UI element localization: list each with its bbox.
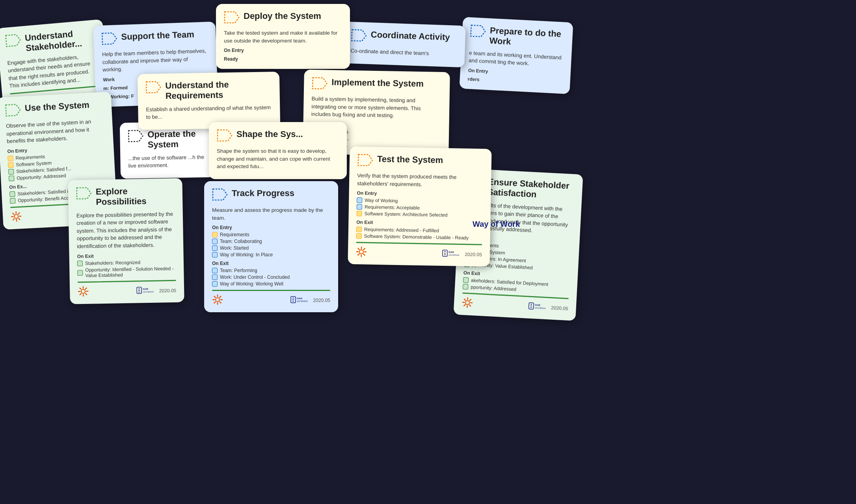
svg-line-26 bbox=[13, 213, 14, 214]
entry-item: Software System: Architecture Selected bbox=[357, 211, 483, 219]
svg-line-46 bbox=[80, 288, 81, 289]
svg-text:JACOBSON: JACOBSON bbox=[448, 254, 459, 256]
card-deploy-system: Deploy the System Take the tested system… bbox=[216, 4, 350, 69]
gear-icon bbox=[212, 294, 223, 307]
entry-text: Opportunity: Benefit Acc... bbox=[18, 195, 73, 203]
pentagon-icon bbox=[212, 188, 228, 202]
card-title: Explore Possibilities bbox=[96, 185, 175, 208]
pentagon-icon bbox=[217, 129, 233, 143]
card-test-system: Test the System Verify that the system p… bbox=[348, 146, 491, 267]
pentagon-icon bbox=[145, 81, 162, 95]
divider bbox=[356, 242, 482, 245]
svg-point-21 bbox=[14, 214, 19, 219]
logo-icon: IVAR JACOBSON bbox=[528, 301, 548, 313]
dot-icon bbox=[463, 277, 469, 283]
svg-text:JACOBSON: JACOBSON bbox=[143, 290, 154, 293]
svg-line-64 bbox=[220, 296, 221, 298]
entry-text: Opportunity: Addressed bbox=[17, 173, 66, 181]
section-label: On Entry bbox=[212, 225, 330, 230]
entry-item: Work: Started bbox=[212, 245, 330, 251]
section-label: Ready bbox=[224, 56, 342, 62]
card-title: Use the System bbox=[24, 100, 89, 114]
svg-point-89 bbox=[465, 300, 470, 305]
svg-text:IVAR: IVAR bbox=[534, 304, 540, 306]
svg-line-27 bbox=[19, 218, 20, 219]
card-body: Observe the use of the system in an oper… bbox=[6, 117, 106, 146]
entry-text: Way of Working: In Place bbox=[220, 252, 273, 258]
svg-text:JACOBSON: JACOBSON bbox=[534, 306, 545, 309]
entry-item: Stakeholders: Recognized bbox=[77, 259, 176, 266]
card-footer: IVAR JACOBSON 2020.05 bbox=[78, 284, 177, 298]
card-header: Explore Possibilities bbox=[76, 185, 175, 208]
entry-text: Opportunity: Identified - Solution Neede… bbox=[85, 265, 176, 278]
section-label: On Entry bbox=[357, 190, 483, 198]
entry-item: Way of Working bbox=[357, 197, 483, 205]
pentagon-icon bbox=[128, 130, 144, 144]
svg-line-81 bbox=[358, 254, 359, 255]
svg-marker-37 bbox=[313, 78, 327, 89]
entry-item: Requirements: Acceptable bbox=[357, 204, 483, 212]
svg-line-97 bbox=[464, 305, 465, 306]
entry-text: Work: Started bbox=[220, 245, 249, 251]
entry-text: Requirements bbox=[220, 232, 249, 237]
svg-line-48 bbox=[86, 288, 87, 289]
card-shape-system: Shape the Sys... Shape the system so tha… bbox=[209, 122, 347, 179]
svg-point-57 bbox=[216, 298, 220, 302]
footer-date: 2020.05 bbox=[159, 287, 177, 293]
entry-text: Team: Collaborating bbox=[220, 239, 262, 244]
entry-text: Stakeholders: Recognized bbox=[85, 259, 140, 266]
svg-text:IVAR: IVAR bbox=[297, 297, 303, 300]
footer-date: 2020.05 bbox=[465, 252, 482, 258]
svg-line-94 bbox=[464, 299, 465, 300]
dot-icon bbox=[212, 268, 218, 273]
section-label: On Exit bbox=[77, 252, 176, 259]
pentagon-icon bbox=[5, 33, 22, 49]
card-title: Deploy the System bbox=[244, 11, 321, 21]
card-body: Co-ordinate and direct the team's bbox=[350, 47, 457, 58]
entry-text: Software System: Architecture Selected bbox=[365, 211, 448, 218]
card-header: Understand the Requirements bbox=[145, 79, 272, 102]
svg-line-29 bbox=[13, 219, 14, 220]
svg-line-96 bbox=[470, 299, 471, 300]
entry-item: Requirements: Addressed - Fulfilled bbox=[356, 226, 482, 234]
dot-icon bbox=[9, 191, 15, 197]
card-understand-requirements: Understand the Requirements Establish a … bbox=[138, 72, 280, 130]
svg-marker-56 bbox=[213, 189, 227, 200]
section-label: On Exit bbox=[212, 261, 330, 266]
divider bbox=[78, 280, 176, 282]
card-title: Ensure Stakeholder Satisfaction bbox=[487, 177, 575, 202]
entry-text: Way of Working bbox=[365, 198, 398, 204]
pentagon-icon bbox=[224, 11, 240, 25]
entry-item: Opportunity: Identified - Solution Neede… bbox=[77, 265, 176, 278]
gear-icon bbox=[11, 211, 22, 224]
card-header: Shape the Sys... bbox=[217, 129, 339, 143]
card-body: Shape the system so that it is easy to d… bbox=[217, 147, 339, 170]
card-title: Test the System bbox=[377, 154, 443, 165]
svg-point-41 bbox=[81, 289, 85, 293]
entry-item: Way of Working: In Place bbox=[212, 252, 330, 258]
dot-icon bbox=[212, 239, 218, 244]
card-body: Verify that the system produced meets th… bbox=[357, 172, 484, 189]
card-explore-possibilities: Explore Possibilities Explore the possib… bbox=[68, 178, 184, 304]
svg-line-95 bbox=[469, 305, 471, 306]
pentagon-icon bbox=[351, 29, 367, 43]
entry-item: Requirements bbox=[212, 232, 330, 237]
dot-icon bbox=[357, 211, 362, 216]
card-header: Support the Team bbox=[101, 29, 208, 46]
svg-line-78 bbox=[358, 248, 359, 250]
pentagon-icon bbox=[101, 32, 117, 46]
card-header: Test the System bbox=[357, 154, 484, 170]
gear-icon bbox=[356, 246, 367, 259]
entry-item: Way of Working: Working Well bbox=[212, 281, 330, 287]
entry-item: Software System: Demonstrable - Usable -… bbox=[356, 233, 482, 241]
footer-date: 2020.05 bbox=[551, 305, 568, 311]
pentagon-icon bbox=[357, 154, 374, 168]
dot-icon bbox=[8, 169, 14, 174]
card-body: Measure and assess the progress made by … bbox=[212, 206, 330, 222]
dot-icon bbox=[357, 204, 362, 209]
svg-text:IVAR: IVAR bbox=[143, 288, 149, 290]
svg-marker-0 bbox=[6, 34, 20, 46]
svg-line-80 bbox=[364, 248, 365, 250]
card-body: e team and its working ent. Understand a… bbox=[469, 49, 564, 70]
svg-text:IVAR: IVAR bbox=[448, 251, 454, 253]
